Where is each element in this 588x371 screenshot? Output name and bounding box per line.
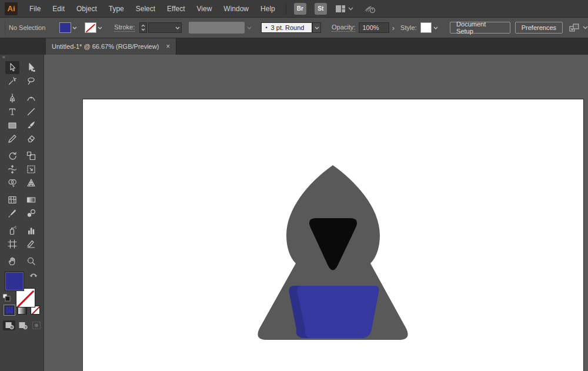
color-button[interactable] — [5, 306, 14, 315]
stroke-weight-dropdown[interactable] — [148, 22, 182, 33]
tool-row — [0, 176, 44, 190]
blend-tool-icon — [26, 208, 36, 219]
paintbrush-tool[interactable] — [24, 119, 38, 132]
menu-help[interactable]: Help — [255, 0, 281, 18]
eyedropper-tool[interactable] — [5, 207, 19, 220]
selection-status-label: No Selection — [9, 24, 45, 31]
brush-definition-chevron-icon[interactable] — [312, 22, 321, 33]
stroke-color-swatch[interactable] — [85, 22, 96, 33]
swap-fill-stroke-icon[interactable] — [29, 271, 38, 278]
rotate-tool[interactable] — [5, 149, 19, 162]
mesh-tool[interactable] — [5, 193, 19, 206]
type-tool-icon — [7, 106, 18, 117]
rectangle-tool[interactable] — [5, 119, 19, 132]
column-graph-tool[interactable] — [24, 224, 38, 237]
zoom-tool[interactable] — [24, 255, 38, 268]
draw-inside-button[interactable] — [30, 320, 42, 330]
menu-window[interactable]: Window — [218, 0, 255, 18]
draw-behind-button[interactable] — [16, 320, 29, 330]
tool-row — [0, 163, 44, 176]
rotate-tool-icon — [7, 151, 18, 161]
blend-tool[interactable] — [24, 207, 38, 220]
artboard-tool-icon — [7, 239, 18, 249]
menu-file[interactable]: File — [24, 0, 46, 18]
stroke-panel-link[interactable]: Stroke: — [114, 24, 135, 32]
width-tool[interactable] — [5, 163, 19, 176]
preferences-button[interactable]: Preferences — [515, 22, 563, 34]
shape-builder-tool-icon — [7, 178, 18, 188]
type-tool[interactable] — [5, 105, 19, 118]
gradient-tool-icon — [26, 195, 36, 205]
pencil-tool[interactable] — [5, 132, 19, 145]
chevron-down-icon — [348, 7, 353, 11]
pen-tool[interactable] — [5, 92, 19, 105]
artwork-hooded-figure[interactable] — [44, 55, 588, 371]
fill-indicator-swatch[interactable] — [5, 272, 24, 291]
curvature-tool[interactable] — [24, 92, 38, 105]
brush-definition-dropdown[interactable]: • 3 pt. Round — [261, 22, 312, 33]
slice-tool[interactable] — [24, 238, 38, 250]
eraser-tool-icon — [26, 133, 36, 144]
arrange-documents-button[interactable] — [569, 23, 588, 33]
column-graph-tool-icon — [26, 225, 36, 236]
bridge-button[interactable]: Br — [294, 3, 306, 15]
canvas-area[interactable] — [44, 55, 588, 371]
document-setup-button[interactable]: Document Setup — [450, 22, 510, 34]
direct-selection-tool[interactable] — [24, 61, 38, 74]
graphic-style-swatch[interactable] — [420, 22, 432, 33]
tab-close-icon[interactable]: × — [166, 43, 170, 50]
tool-row — [0, 75, 44, 88]
tool-row — [0, 119, 44, 132]
divider — [5, 21, 5, 34]
fill-color-swatch[interactable] — [59, 22, 71, 33]
width-tool-icon — [7, 164, 18, 175]
graphic-style-chevron-icon[interactable] — [432, 22, 439, 33]
symbol-sprayer-tool-icon — [7, 225, 18, 236]
magic-wand-tool-icon — [7, 76, 18, 86]
artboard-tool[interactable] — [5, 238, 19, 250]
stroke-weight-stepper[interactable] — [139, 22, 147, 33]
gradient-tool[interactable] — [24, 193, 38, 206]
default-fill-stroke-icon[interactable] — [2, 293, 11, 302]
menu-type[interactable]: Type — [103, 0, 130, 18]
style-label: Style: — [400, 24, 417, 31]
panel-collapse-button[interactable]: « — [0, 55, 44, 61]
drawing-mode-buttons — [3, 320, 42, 330]
tool-row — [0, 255, 44, 268]
symbol-sprayer-tool[interactable] — [5, 224, 19, 237]
draw-normal-button[interactable] — [3, 320, 15, 330]
arrange-documents-icon — [569, 23, 580, 33]
opacity-panel-link[interactable]: Opacity: — [332, 24, 355, 32]
line-segment-tool[interactable] — [24, 105, 38, 118]
opacity-input[interactable]: 100% — [359, 22, 389, 33]
gpu-performance-icon[interactable] — [363, 4, 377, 14]
opacity-more-chevron-icon[interactable]: › — [392, 24, 395, 32]
menu-select[interactable]: Select — [130, 0, 161, 18]
stroke-color-chevron-icon[interactable] — [96, 22, 104, 33]
selection-tool[interactable] — [5, 61, 19, 74]
menu-effect[interactable]: Effect — [161, 0, 191, 18]
shape-builder-tool[interactable] — [5, 176, 19, 189]
eraser-tool[interactable] — [24, 132, 38, 145]
illustrator-logo[interactable]: Ai — [5, 2, 18, 15]
stock-button[interactable]: St — [315, 3, 327, 15]
scale-tool[interactable] — [24, 149, 38, 162]
magic-wand-tool[interactable] — [5, 75, 19, 88]
tools-panel: « — [0, 55, 44, 371]
menu-object[interactable]: Object — [71, 0, 103, 18]
chevron-down-icon — [583, 26, 588, 29]
lasso-tool[interactable] — [24, 75, 38, 88]
hand-tool[interactable] — [5, 255, 19, 268]
curvature-tool-icon — [26, 93, 36, 103]
laptop-shape[interactable] — [297, 286, 379, 338]
perspective-grid-tool[interactable] — [24, 176, 38, 189]
menu-items: FileEditObjectTypeSelectEffectViewWindow… — [24, 0, 281, 18]
workspace-switcher-button[interactable] — [335, 4, 353, 14]
menu-view[interactable]: View — [191, 0, 218, 18]
fill-color-chevron-icon[interactable] — [71, 22, 79, 33]
free-transform-tool[interactable] — [24, 163, 38, 176]
document-tab[interactable]: Untitled-1* @ 66.67% (RGB/Preview) × — [46, 38, 176, 55]
menu-edit[interactable]: Edit — [46, 0, 71, 18]
tool-row — [0, 207, 44, 220]
pen-tool-icon — [7, 93, 18, 103]
